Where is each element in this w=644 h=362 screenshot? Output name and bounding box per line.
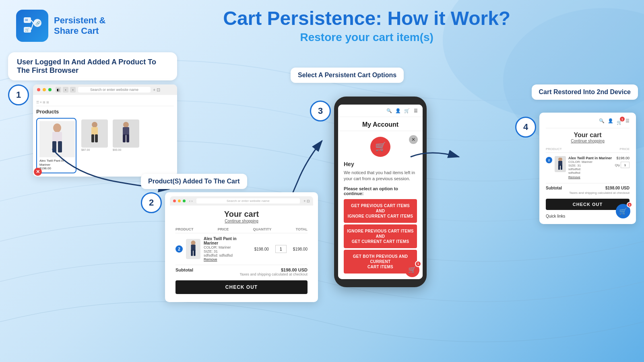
logo-icon: ✉ 🔗 🛒: [16, 10, 48, 42]
cart4-item-details: Alex Twill Pant in Mariner COLOR: Marine…: [568, 156, 613, 179]
step1-section: User Logged In And Added A Product To Th…: [8, 52, 177, 177]
step1-circle: 1: [8, 84, 29, 105]
svg-point-26: [558, 158, 562, 161]
cart-restored-label: Cart Restored Into 2nd Device: [532, 84, 638, 100]
svg-text:✉: ✉: [25, 18, 28, 22]
popup-close-btn[interactable]: ✕: [409, 135, 418, 144]
cart2-remove-btn[interactable]: Remove: [204, 257, 248, 261]
popup-desc: We noticed that you had items left in yo…: [344, 170, 417, 182]
step2-circle: 2: [141, 192, 162, 213]
main-title: Cart Persistence: How it Work?: [105, 8, 628, 29]
cart-restored-label-container: Cart Restored Into 2nd Device: [532, 84, 638, 100]
featured-product-card[interactable]: Alex Twill Pant in Mariner $198.00 ✕: [36, 118, 76, 173]
svg-line-8: [31, 20, 33, 23]
svg-rect-28: [558, 165, 560, 170]
svg-rect-15: [91, 127, 98, 135]
svg-rect-29: [561, 165, 562, 170]
product-card-price: $198.00: [39, 167, 73, 170]
cart4-continue[interactable]: Continue shopping: [546, 139, 630, 143]
cart4-title: Your cart: [546, 132, 630, 139]
cart4-badge-count: 3: [627, 202, 632, 208]
cart4-remove-btn[interactable]: Remove: [568, 175, 613, 179]
product-card-2[interactable]: $87.00: [80, 118, 108, 173]
cart4-menu-icon: ☰: [625, 118, 630, 125]
remove-product-btn[interactable]: ✕: [34, 168, 42, 176]
svg-point-14: [92, 122, 97, 128]
popup-select-text: Please select an option to continue:: [344, 186, 417, 196]
popup-btn2[interactable]: IGNORE PREVIOUS CART ITEMS AND GET CURRE…: [344, 224, 417, 248]
step3-section: 3 🔍 👤 🛒 ☰ My Account ✕ 🛒 Hey We noticed …: [310, 97, 427, 287]
svg-point-22: [191, 241, 195, 245]
step1-browser: ◧ ‹ › Search or enter website name + ⊡ ☰…: [33, 84, 177, 177]
cart4-cart-icon-wrapper: 🛒 1: [617, 118, 622, 125]
svg-rect-12: [52, 141, 56, 152]
step3-phone: 🔍 👤 🛒 ☰ My Account ✕ 🛒 Hey We noticed th…: [334, 97, 427, 287]
cart2-checkout-btn[interactable]: CHECK OUT: [175, 280, 308, 294]
cart2-title: Your cart: [175, 210, 308, 219]
logo-text: Persistent & Share Cart: [54, 15, 105, 37]
svg-rect-16: [91, 134, 94, 142]
cart4-account-icon: 👤: [608, 118, 613, 125]
cart4-restore-bubble[interactable]: 🛒 3: [616, 204, 630, 218]
select-options-label: Select A Persistent Cart Options: [291, 68, 404, 83]
phone-cart-bubble-container: 🛒 1: [405, 263, 419, 277]
step3-circle: 3: [310, 101, 331, 121]
popup-btn1[interactable]: GET PREVIOUS CART ITEMS AND IGNORE CURRE…: [344, 199, 417, 223]
svg-rect-23: [191, 245, 195, 251]
select-options-label-container: Select A Persistent Cart Options: [291, 68, 404, 83]
product-card-name: Alex Twill Pant in Mariner: [39, 159, 73, 167]
svg-text:🔗: 🔗: [35, 21, 41, 26]
cart-count-badge: 1: [415, 261, 421, 267]
step4-cart-mockup: 🔍 👤 🛒 1 ☰ Your cart Continue shopping PR…: [539, 113, 636, 224]
svg-rect-19: [123, 127, 129, 135]
step4-section: 4 🔍 👤 🛒 1 ☰ Your cart Continue shopping …: [515, 113, 636, 224]
popup-overlay: ✕ 🛒 Hey We noticed that you had items le…: [338, 131, 423, 279]
cart2-item-image: [186, 239, 200, 259]
svg-rect-20: [123, 134, 126, 142]
cart2-qty-badge: 2: [175, 245, 183, 253]
cart2-continue[interactable]: Continue shopping: [175, 219, 308, 223]
cart4-badge: 1: [620, 117, 625, 121]
phone-account-icon: 👤: [395, 108, 401, 113]
cart4-item-image: [555, 156, 566, 172]
step2-annotation: Product(S) Added To The Cart: [141, 174, 247, 189]
phone-search-icon: 🔍: [386, 108, 392, 113]
svg-rect-17: [95, 134, 98, 142]
phone-menu-icon: ☰: [413, 108, 419, 113]
phone-cart-icon: 🛒: [404, 108, 410, 113]
cart4-qty-badge: 2: [546, 157, 552, 163]
cart4-price-col: $198.00 Qty: [615, 156, 630, 168]
svg-rect-13: [58, 141, 62, 152]
popup-hey: Hey: [344, 161, 417, 167]
header: ✉ 🔗 🛒 Persistent & Share Cart Cart Persi…: [0, 0, 644, 52]
products-heading: Products: [36, 109, 174, 115]
step1-label: User Logged In And Added A Product To Th…: [8, 52, 177, 80]
browser-nav: ☰ ≡ ⊞ ⊞: [36, 98, 174, 106]
sub-title: Restore your cart item(s): [105, 31, 628, 44]
cart4-qty-input[interactable]: [621, 162, 630, 168]
cart2-item-details: Alex Twill Pant in Mariner COLOR: Marine…: [204, 237, 248, 261]
cart4-search-icon: 🔍: [599, 118, 605, 125]
svg-point-18: [123, 122, 129, 128]
svg-point-10: [53, 123, 61, 132]
step4-circle: 4: [515, 117, 536, 138]
my-account-title: My Account: [338, 117, 423, 131]
svg-text:🛒: 🛒: [25, 27, 30, 32]
cart2-qty-input[interactable]: [275, 245, 287, 253]
svg-rect-25: [194, 250, 196, 256]
product-card-3[interactable]: $93.00: [111, 118, 139, 173]
svg-rect-21: [126, 134, 129, 142]
phone-cart-bubble[interactable]: 🛒 1: [405, 263, 419, 277]
popup-cart-icon: 🛒: [370, 137, 390, 157]
svg-rect-24: [191, 250, 193, 256]
step2-cart-mockup: ‹ › Search or enter website name + ⊡ You…: [165, 192, 318, 302]
step2-section: Product(S) Added To The Cart 2 ‹ › Searc…: [141, 174, 318, 302]
svg-line-9: [31, 23, 33, 30]
